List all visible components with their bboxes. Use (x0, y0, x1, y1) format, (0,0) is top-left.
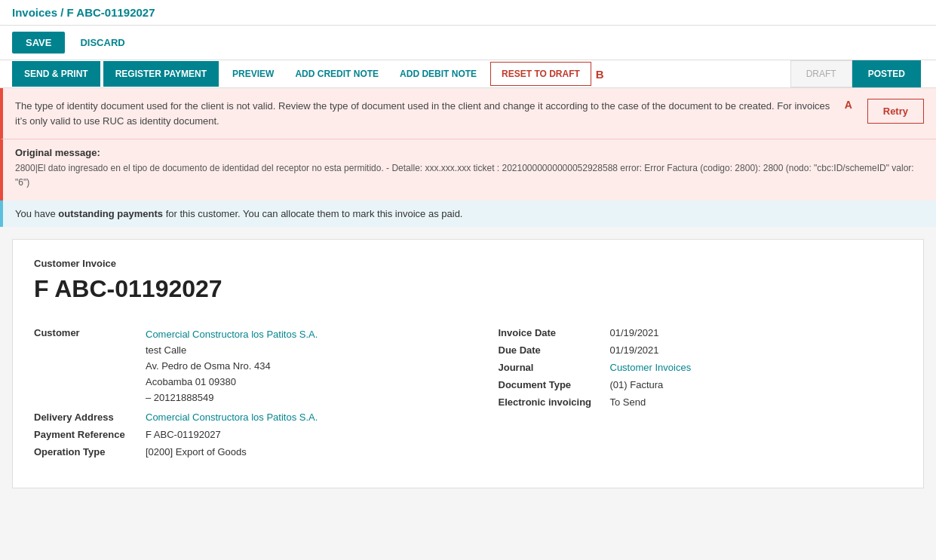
save-button[interactable]: SAVE (12, 32, 65, 54)
right-fields: Invoice Date 01/19/2021 Due Date 01/19/2… (468, 321, 903, 470)
electronic-invoicing-label: Electronic invoicing (499, 396, 604, 408)
status-draft: DRAFT (790, 60, 852, 87)
info-text-before: You have (15, 208, 58, 219)
customer-address-line4: – 20121888549 (146, 390, 318, 406)
breadcrumb: Invoices / F ABC-01192027 (12, 6, 155, 19)
electronic-invoicing-value: To Send (610, 396, 646, 408)
error-alert: The type of identity document used for t… (0, 88, 936, 139)
delivery-address-link[interactable]: Comercial Constructora los Patitos S.A. (146, 412, 318, 423)
info-text-after: for this customer. You can allocate them… (163, 208, 462, 219)
operation-type-value: [0200] Export of Goods (146, 446, 247, 457)
status-posted: POSTED (852, 60, 921, 87)
due-date-label: Due Date (499, 344, 604, 356)
customer-name-link[interactable]: Comercial Constructora los Patitos S.A. (146, 329, 318, 340)
customer-address-line1: test Calle (146, 343, 318, 359)
discard-button[interactable]: DISCARD (71, 32, 133, 54)
customer-address-line3: Acobamba 01 09380 (146, 375, 318, 390)
breadcrumb-current: F ABC-01192027 (67, 6, 155, 19)
label-a: A (845, 99, 852, 111)
original-message-text: 2800|El dato ingresado en el tipo de doc… (15, 161, 924, 190)
customer-label: Customer (34, 327, 140, 338)
document-type-value: (01) Factura (610, 379, 664, 390)
label-b: B (596, 68, 604, 81)
invoice-date-row: Invoice Date 01/19/2021 (499, 327, 903, 338)
electronic-invoicing-row: Electronic invoicing To Send (499, 396, 903, 408)
send-print-button[interactable]: SEND & PRINT (12, 61, 100, 87)
customer-field-row: Customer Comercial Constructora los Pati… (34, 327, 468, 405)
delivery-address-label: Delivery Address (34, 412, 140, 423)
due-date-row: Due Date 01/19/2021 (499, 344, 903, 356)
payment-reference-label: Payment Reference (34, 429, 140, 440)
error-alert-text: The type of identity document used for t… (15, 99, 836, 128)
journal-link[interactable]: Customer Invoices (610, 362, 692, 373)
customer-address-line2: Av. Pedro de Osma Nro. 434 (146, 359, 318, 375)
reset-to-draft-button[interactable]: RESET TO DRAFT (490, 62, 591, 86)
retry-button[interactable]: Retry (867, 99, 924, 124)
invoice-number: F ABC-01192027 (34, 275, 902, 303)
payment-reference-row: Payment Reference F ABC-01192027 (34, 429, 468, 440)
operation-type-row: Operation Type [0200] Export of Goods (34, 446, 468, 457)
operation-type-label: Operation Type (34, 446, 140, 457)
original-message-label: Original message: (15, 147, 924, 158)
payment-reference-value: F ABC-01192027 (146, 429, 221, 440)
action-bar: SAVE DISCARD (0, 26, 936, 60)
left-fields: Customer Comercial Constructora los Pati… (34, 321, 468, 470)
invoice-date-value: 01/19/2021 (610, 327, 659, 338)
status-steps: DRAFT POSTED (790, 60, 921, 87)
error-alert-message: The type of identity document used for t… (15, 100, 830, 127)
document-type-label: Document Type (499, 379, 604, 390)
invoice-date-label: Invoice Date (499, 327, 604, 338)
breadcrumb-link[interactable]: Invoices / (12, 6, 67, 19)
due-date-value: 01/19/2021 (610, 344, 659, 356)
journal-label: Journal (499, 362, 604, 373)
original-message-section: Original message: 2800|El dato ingresado… (0, 139, 936, 200)
invoice-type: Customer Invoice (34, 258, 902, 269)
delivery-address-row: Delivery Address Comercial Constructora … (34, 412, 468, 423)
add-debit-note-button[interactable]: ADD DEBIT NOTE (389, 61, 487, 87)
invoice-fields: Customer Comercial Constructora los Pati… (34, 321, 902, 470)
preview-button[interactable]: PREVIEW (222, 61, 284, 87)
toolbar: SEND & PRINT REGISTER PAYMENT PREVIEW AD… (0, 60, 936, 88)
customer-value: Comercial Constructora los Patitos S.A. … (146, 327, 318, 405)
info-alert: You have outstanding payments for this c… (0, 200, 936, 227)
outstanding-payments-text: outstanding payments (58, 208, 163, 219)
register-payment-button[interactable]: REGISTER PAYMENT (103, 61, 219, 87)
document-type-row: Document Type (01) Factura (499, 379, 903, 390)
invoice-card: Customer Invoice F ABC-01192027 Customer… (12, 239, 924, 488)
breadcrumb-bar: Invoices / F ABC-01192027 (0, 0, 936, 26)
journal-row: Journal Customer Invoices (499, 362, 903, 373)
add-credit-note-button[interactable]: ADD CREDIT NOTE (284, 61, 389, 87)
